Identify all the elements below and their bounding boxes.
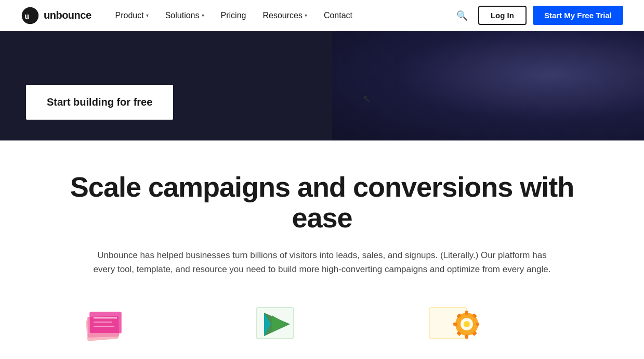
svg-rect-17 [465,311,468,315]
scale-title: Scale campaigns and conversions with eas… [42,172,602,234]
hero-section: Start building for free [0,31,644,140]
scale-subtitle: Unbounce has helped businesses turn bill… [88,248,556,276]
nav-resources[interactable]: Resources ▾ [255,7,314,24]
login-button[interactable]: Log In [478,6,527,25]
logo[interactable]: u unbounce [21,6,91,25]
scale-section: Scale campaigns and conversions with eas… [0,140,644,359]
landing-pages-icon-container [83,302,130,349]
product-chevron-icon: ▾ [146,12,149,18]
ab-test-icon [256,302,300,344]
features-row: Create more landing pages faster A/B [42,302,602,359]
svg-point-25 [464,321,470,327]
search-button[interactable]: 🔍 [452,6,472,25]
svg-rect-20 [476,323,479,326]
logo-wordmark: unbounce [44,9,91,21]
ai-optimize-icon [429,302,479,344]
start-trial-button[interactable]: Start My Free Trial [533,6,623,25]
layers-icon [83,302,127,344]
start-building-button[interactable]: Start building for free [26,85,173,120]
unbounce-logo-icon: u [21,6,40,25]
ab-test-icon-container [256,302,303,349]
feature-ai-optimize: Instantly optimize with AI [409,302,582,359]
svg-text:u: u [24,11,29,21]
ai-optimize-icon-container [429,302,476,349]
hero-background-image [332,31,644,140]
nav-product[interactable]: Product ▾ [108,7,156,24]
resources-chevron-icon: ▾ [305,12,307,18]
nav-actions: 🔍 Log In Start My Free Trial [452,6,623,25]
svg-rect-19 [453,323,457,326]
feature-landing-pages: Create more landing pages faster [62,302,235,359]
search-icon: 🔍 [456,10,468,21]
solutions-chevron-icon: ▾ [202,12,204,18]
svg-rect-18 [465,335,468,339]
nav-solutions[interactable]: Solutions ▾ [158,7,212,24]
nav-contact[interactable]: Contact [317,7,360,24]
feature-ab-test: A/B test for more conversions [235,302,409,359]
navbar: u unbounce Product ▾ Solutions ▾ Pricing… [0,0,644,31]
nav-pricing[interactable]: Pricing [214,7,254,24]
nav-links: Product ▾ Solutions ▾ Pricing Resources … [108,7,452,24]
